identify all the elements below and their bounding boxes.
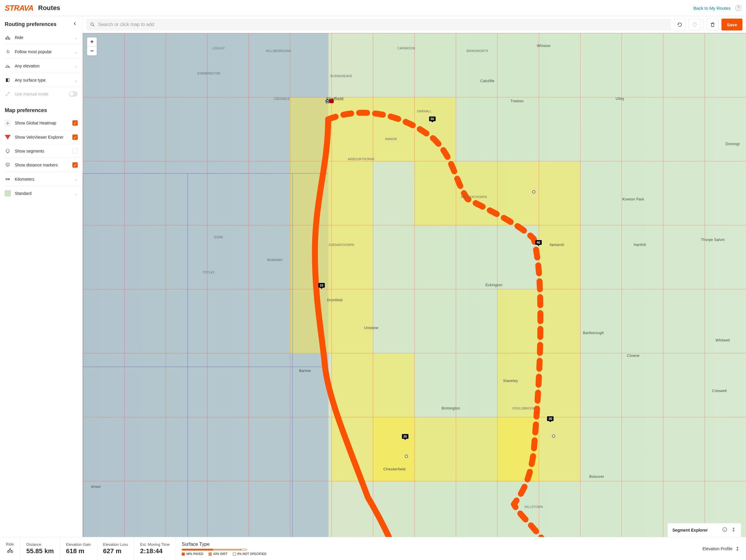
map-label: Thorpe Salvin [701,238,725,242]
stat-elevation-gain: Elevation Gain 618 m [60,537,97,560]
map-label: JORDANTHORPE [328,243,355,246]
map-label: TOTLEY [203,271,215,274]
elevation-profile-label: Elevation Profile [702,547,733,551]
svg-rect-3 [6,78,8,82]
map-label: CROOKES [274,97,290,100]
map-label: Unstone [364,326,378,330]
sidebar: Routing preferences Ride ⌄ Follow most p… [0,16,83,537]
map-label: Eckington [486,283,503,287]
map-label: Brimington [441,406,460,411]
expand-vertical-icon[interactable] [731,527,736,533]
map-label: Barlborough [583,331,604,335]
stat-distance-value: 55.85 km [26,547,54,555]
mappref-style-label: Standard [15,191,70,196]
mappref-segments-label: Show segments [15,149,68,153]
pref-follow-label: Follow most popular [15,49,70,54]
segment-explorer-title: Segment Explorer [672,528,718,532]
legend-dirt: 43% DIRT [209,552,228,556]
mappref-distance-markers[interactable]: Show distance markers ✓ [5,158,83,172]
surface-bar-paved [182,549,213,551]
pref-manual[interactable]: Use manual mode [5,87,83,101]
stat-loss-label: Elevation Loss [103,542,128,547]
veloviewer-icon [5,135,11,140]
segment-explorer-panel[interactable]: Segment Explorer [667,523,741,537]
strava-logo[interactable]: STRAVA [5,4,33,13]
mappref-heatmap[interactable]: ⊹ Show Global Heatmap ✓ [5,116,83,131]
map-label: Catcliffe [480,79,494,83]
waypoint[interactable] [405,454,408,458]
map-label-chesterfield: Chesterfield [383,467,405,471]
back-to-routes-link[interactable]: Back to My Routes [693,6,730,11]
heatmap-checkbox[interactable]: ✓ [73,120,78,125]
waypoint[interactable] [532,190,536,194]
stat-time-value: 2:18:44 [140,547,170,555]
legend-unspecified: 9% NOT SPECIFIED [233,552,267,556]
veloviewer-checkbox[interactable]: ✓ [73,135,78,140]
chevron-down-icon: ⌄ [74,63,78,68]
pref-surface[interactable]: Any surface type ⌄ [5,73,83,87]
map-label: LOXLEY [212,47,225,50]
pref-ride[interactable]: Ride ⌄ [5,30,83,45]
collapse-sidebar-icon[interactable] [73,21,78,28]
mappref-style[interactable]: Standard ⌄ [5,186,83,200]
distance-marker-40: 40 [535,240,542,245]
page-title: Routes [38,4,60,12]
stat-gain-value: 618 m [66,547,91,555]
map-area: Save + − [83,16,746,537]
chevron-down-icon: ⌄ [74,191,78,196]
map-toolbar: Save [83,16,746,33]
stat-time-label: Est. Moving Time [140,542,170,547]
map-label: MANOR [385,137,397,140]
mappref-units[interactable]: KM Kilometers ⌄ [5,172,83,186]
redo-button[interactable] [689,19,700,30]
search-input[interactable] [98,22,667,27]
pref-elevation[interactable]: Any elevation ⌄ [5,59,83,73]
distance-marker-50: 50 [429,116,435,121]
main: Routing preferences Ride ⌄ Follow most p… [0,16,746,537]
segments-icon [5,148,11,154]
help-icon[interactable]: ? [735,5,741,11]
map-label: HILLSTOWN [525,505,543,508]
map-label: Ulley [616,97,624,101]
map-label: llamarsh [550,243,564,247]
pref-follow[interactable]: Follow most popular ⌄ [5,45,83,59]
waypoint[interactable] [552,435,555,438]
map-label: DARNALL [417,110,432,113]
map-canvas[interactable]: + − 10 20 30 40 50 LOXLEY HILLSBOROUGH [83,33,746,537]
distance-marker-10: 10 [318,283,325,288]
distance-markers-checkbox[interactable]: ✓ [73,162,78,168]
stat-surface-label: Surface Type [182,542,691,547]
topbar-left: STRAVA Routes [5,4,60,13]
pref-elevation-label: Any elevation [15,63,70,68]
undo-button[interactable] [674,19,686,30]
map-label: Harthill [634,243,646,247]
map-label: Staveley [503,379,518,383]
mappref-veloviewer[interactable]: Show VeloViewer Explorer ✓ [5,131,83,144]
map-label: Barlow [299,369,311,373]
map-label: Kiveton Park [622,197,644,201]
heatmap-icon: ⊹ [5,120,11,126]
manual-mode-toggle[interactable] [69,91,78,97]
mappref-segments[interactable]: Show segments [5,144,83,158]
zoom-out-button[interactable]: − [87,47,97,55]
stat-ride-label: Ride [6,542,14,547]
mountain-icon [5,63,11,68]
distance-marker-20: 20 [402,434,408,439]
map-label: Whitwell [716,338,730,342]
zoom-control: + − [87,37,97,56]
save-button[interactable]: Save [721,19,742,30]
mappref-heatmap-label: Show Global Heatmap [15,121,68,125]
map-label: HACKENTHORPE [461,195,487,198]
map-label: BRINSWORTH [467,49,488,52]
segments-checkbox[interactable] [73,148,78,154]
search-wrap[interactable] [86,19,671,30]
info-icon[interactable] [722,527,727,533]
topbar-right: Back to My Routes ? [693,5,741,11]
expand-vertical-icon [735,546,740,552]
chevron-down-icon: ⌄ [74,49,78,54]
mappref-veloviewer-label: Show VeloViewer Explorer [15,135,68,140]
elevation-profile-toggle[interactable]: Elevation Profile [697,537,746,560]
map-label: HILLSBOROUGH [266,49,291,52]
delete-button[interactable] [707,19,718,30]
zoom-in-button[interactable]: + [87,37,97,47]
